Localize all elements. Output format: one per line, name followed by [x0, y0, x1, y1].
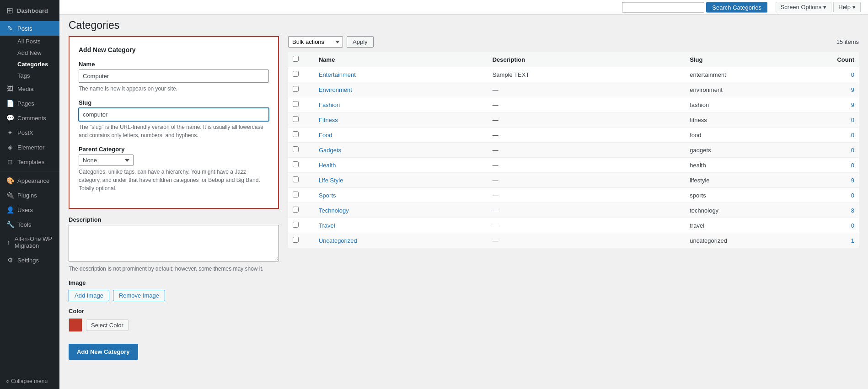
add-new-category-button[interactable]: Add New Category: [69, 344, 138, 360]
category-count-link[interactable]: 0: [851, 192, 854, 199]
items-count: 15 items: [836, 38, 859, 45]
category-count-link[interactable]: 9: [851, 86, 854, 93]
row-checkbox[interactable]: [293, 192, 299, 197]
image-label: Image: [69, 279, 279, 286]
select-all-checkbox[interactable]: [293, 56, 299, 62]
sidebar-item-comments[interactable]: 💬 Comments: [0, 111, 59, 125]
dashboard-menu-item[interactable]: ⊞ Dashboard: [0, 0, 59, 21]
category-name-link[interactable]: Fashion: [319, 101, 340, 108]
category-name-link[interactable]: Fitness: [319, 117, 338, 123]
category-count-link[interactable]: 1: [851, 237, 854, 244]
category-count-link[interactable]: 0: [851, 147, 854, 154]
category-count-link[interactable]: 8: [851, 207, 854, 214]
category-count-link[interactable]: 9: [851, 101, 854, 108]
category-name-link[interactable]: Food: [319, 132, 332, 139]
category-count-link[interactable]: 0: [851, 162, 854, 169]
category-name-link[interactable]: Sports: [319, 192, 336, 199]
header-slug[interactable]: Slug: [685, 52, 811, 67]
sidebar-item-postx[interactable]: ✦ PostX: [0, 125, 59, 140]
parent-select[interactable]: None: [79, 155, 134, 166]
row-checkbox[interactable]: [293, 86, 299, 92]
table-row: Uncategorized — uncategorized 1: [288, 233, 859, 248]
category-count-link[interactable]: 0: [851, 132, 854, 139]
search-categories-button[interactable]: Search Categories: [706, 2, 767, 12]
sidebar-item-plugins[interactable]: 🔌 Plugins: [0, 188, 59, 202]
header-count[interactable]: Count: [811, 52, 859, 67]
category-name-link[interactable]: Gadgets: [319, 147, 341, 154]
row-checkbox[interactable]: [293, 116, 299, 122]
row-checkbox[interactable]: [293, 146, 299, 152]
slug-input[interactable]: [79, 108, 269, 121]
header-name[interactable]: Name: [314, 52, 488, 67]
apply-button[interactable]: Apply: [347, 36, 374, 48]
media-icon: 🖼: [6, 85, 14, 92]
row-checkbox[interactable]: [293, 237, 299, 243]
category-name-link[interactable]: Health: [319, 162, 336, 169]
row-count-cell: 0: [811, 158, 859, 173]
category-description: —: [493, 237, 498, 244]
category-name-link[interactable]: Life Style: [319, 177, 343, 184]
color-swatch[interactable]: [69, 318, 82, 332]
sidebar-item-add-new[interactable]: Add New: [6, 47, 59, 59]
category-description: —: [493, 86, 498, 93]
category-slug: entertainment: [690, 71, 726, 78]
select-color-button[interactable]: Select Color: [86, 320, 129, 331]
row-checkbox[interactable]: [293, 161, 299, 167]
sidebar-item-elementor[interactable]: ◈ Elementor: [0, 140, 59, 155]
sidebar-item-templates[interactable]: ⊡ Templates: [0, 155, 59, 169]
header-description[interactable]: Description: [488, 52, 686, 67]
row-checkbox-cell: [288, 188, 314, 203]
sidebar-item-categories[interactable]: Categories: [6, 59, 59, 70]
add-image-button[interactable]: Add Image: [69, 290, 109, 301]
categories-table: Name Description Slug Count Entertainmen…: [288, 52, 859, 248]
sidebar-label-postx: PostX: [17, 129, 33, 136]
row-count-cell: 0: [811, 143, 859, 158]
category-description: —: [493, 132, 498, 139]
category-name-link[interactable]: Uncategorized: [319, 237, 357, 244]
row-checkbox[interactable]: [293, 131, 299, 137]
sidebar-item-media[interactable]: 🖼 Media: [0, 81, 59, 96]
row-checkbox[interactable]: [293, 222, 299, 228]
sidebar-item-migration[interactable]: ↑ All-in-One WP Migration: [0, 232, 59, 253]
row-checkbox[interactable]: [293, 71, 299, 77]
screen-options-button[interactable]: Screen Options ▾: [776, 2, 832, 12]
sidebar-divider: [0, 171, 59, 171]
name-input[interactable]: [79, 69, 269, 83]
sidebar-item-tools[interactable]: 🔧 Tools: [0, 217, 59, 232]
category-name-link[interactable]: Technology: [319, 207, 349, 214]
row-name-cell: Environment: [314, 82, 488, 97]
row-checkbox[interactable]: [293, 176, 299, 182]
collapse-menu-button[interactable]: « Collapse menu: [0, 373, 59, 389]
category-count-link[interactable]: 0: [851, 71, 854, 78]
sidebar-item-all-posts[interactable]: All Posts: [6, 36, 59, 47]
main-content: Categories Add New Category Name The nam…: [59, 15, 868, 389]
sidebar-item-users[interactable]: 👤 Users: [0, 202, 59, 217]
category-name-link[interactable]: Environment: [319, 86, 352, 93]
search-categories-input[interactable]: [622, 2, 704, 12]
sidebar-item-tags[interactable]: Tags: [6, 70, 59, 81]
sidebar-item-settings[interactable]: ⚙ Settings: [0, 253, 59, 267]
category-slug: gadgets: [690, 147, 711, 154]
row-checkbox[interactable]: [293, 101, 299, 107]
sidebar-item-pages[interactable]: 📄 Pages: [0, 96, 59, 111]
bulk-actions-select[interactable]: Bulk actions Delete: [288, 36, 343, 48]
category-count-link[interactable]: 0: [851, 117, 854, 123]
category-name-link[interactable]: Entertainment: [319, 71, 356, 78]
row-description-cell: —: [488, 218, 686, 233]
toolbar-right: 15 items: [836, 38, 859, 45]
table-row: Life Style — lifestyle 9: [288, 173, 859, 188]
users-icon: 👤: [6, 206, 14, 213]
row-description-cell: —: [488, 173, 686, 188]
sidebar-item-posts[interactable]: ✎ Posts: [0, 21, 59, 36]
table-toolbar: Bulk actions Delete Apply 15 items: [288, 36, 859, 48]
row-checkbox[interactable]: [293, 207, 299, 213]
category-name-link[interactable]: Travel: [319, 222, 335, 229]
row-slug-cell: environment: [685, 82, 811, 97]
description-textarea[interactable]: [69, 225, 279, 261]
sidebar-item-appearance[interactable]: 🎨 Appearance: [0, 173, 59, 188]
topbar-actions: Screen Options ▾ Help ▾: [776, 2, 861, 12]
help-button[interactable]: Help ▾: [833, 2, 861, 12]
category-count-link[interactable]: 9: [851, 177, 854, 184]
remove-image-button[interactable]: Remove Image: [113, 290, 165, 301]
category-count-link[interactable]: 0: [851, 222, 854, 229]
